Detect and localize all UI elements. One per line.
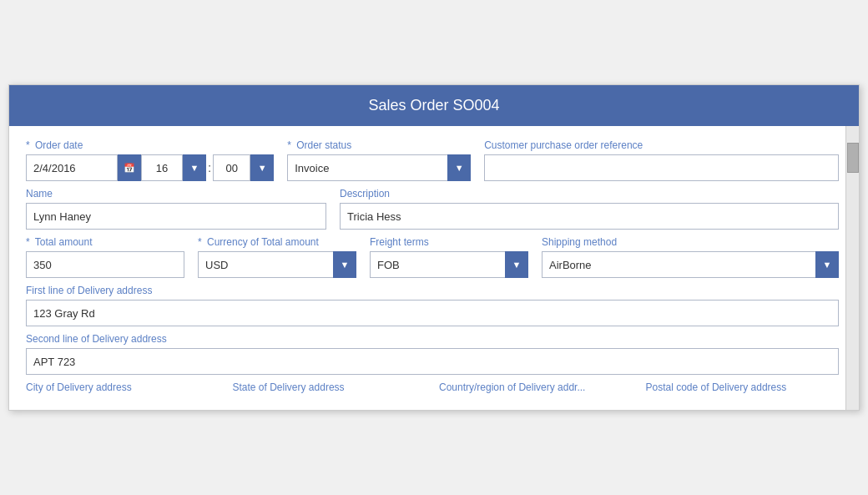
customer-po-input[interactable] xyxy=(484,154,839,181)
description-group: Description xyxy=(340,188,839,230)
total-amount-label: * Total amount xyxy=(26,236,184,248)
title-text: Sales Order SO004 xyxy=(368,97,499,114)
order-date-input[interactable] xyxy=(26,154,118,181)
total-amount-group: * Total amount xyxy=(26,236,184,278)
order-date-group: * Order date 📅 ▼ : ▼ xyxy=(26,139,274,181)
state-label: State of Delivery address xyxy=(233,381,426,393)
window-title: Sales Order SO004 xyxy=(9,85,859,126)
currency-group: * Currency of Total amount USD ▼ xyxy=(198,236,356,278)
date-time-input-group: 📅 ▼ : ▼ xyxy=(26,154,274,181)
total-amount-input[interactable] xyxy=(26,251,184,278)
city-label: City of Delivery address xyxy=(26,381,220,393)
name-input[interactable] xyxy=(26,203,326,230)
delivery-address-line2-group: Second line of Delivery address xyxy=(26,333,839,375)
customer-po-group: Customer purchase order reference xyxy=(484,139,839,181)
order-status-group: * Order status Invoice ▼ xyxy=(287,139,471,181)
currency-label: * Currency of Total amount xyxy=(198,236,356,248)
scroll-thumb[interactable] xyxy=(847,143,859,173)
country-label: Country/region of Delivery addr... xyxy=(439,381,633,393)
delivery-address-line1-group: First line of Delivery address xyxy=(26,285,839,326)
hour-dropdown-button[interactable]: ▼ xyxy=(183,154,206,181)
currency-select-wrapper: USD ▼ xyxy=(198,251,356,278)
delivery-address-line2-label: Second line of Delivery address xyxy=(26,333,839,345)
order-status-select-wrapper: Invoice ▼ xyxy=(287,154,471,181)
time-separator: : xyxy=(206,160,213,174)
scrollbar[interactable] xyxy=(845,126,859,410)
shipping-method-group: Shipping method AirBorne ▼ xyxy=(542,236,839,278)
freight-terms-select[interactable]: FOB xyxy=(370,251,528,278)
currency-select[interactable]: USD xyxy=(198,251,356,278)
order-status-label: * Order status xyxy=(287,139,471,151)
delivery-address-line1-input[interactable] xyxy=(26,300,839,326)
order-minute-input[interactable] xyxy=(213,154,250,181)
minute-dropdown-button[interactable]: ▼ xyxy=(250,154,274,181)
freight-terms-select-wrapper: FOB ▼ xyxy=(370,251,528,278)
order-date-label: * Order date xyxy=(26,139,274,151)
name-group: Name xyxy=(26,188,326,230)
description-label: Description xyxy=(340,188,839,200)
bottom-labels-row: City of Delivery address State of Delive… xyxy=(26,381,839,393)
delivery-address-line2-input[interactable] xyxy=(26,348,839,375)
sales-order-window: Sales Order SO004 * Order date 📅 ▼ : xyxy=(8,84,860,411)
delivery-address-line1-label: First line of Delivery address xyxy=(26,285,839,296)
customer-po-label: Customer purchase order reference xyxy=(484,139,839,151)
postal-label: Postal code of Delivery address xyxy=(646,381,840,393)
description-input[interactable] xyxy=(340,203,839,230)
freight-terms-label: Freight terms xyxy=(370,236,528,248)
shipping-method-select[interactable]: AirBorne xyxy=(542,251,839,278)
name-label: Name xyxy=(26,188,326,200)
shipping-method-select-wrapper: AirBorne ▼ xyxy=(542,251,839,278)
freight-terms-group: Freight terms FOB ▼ xyxy=(370,236,528,278)
shipping-method-label: Shipping method xyxy=(542,236,839,248)
order-status-select[interactable]: Invoice xyxy=(287,154,471,181)
order-hour-input[interactable] xyxy=(141,154,183,181)
calendar-icon-button[interactable]: 📅 xyxy=(118,154,141,181)
